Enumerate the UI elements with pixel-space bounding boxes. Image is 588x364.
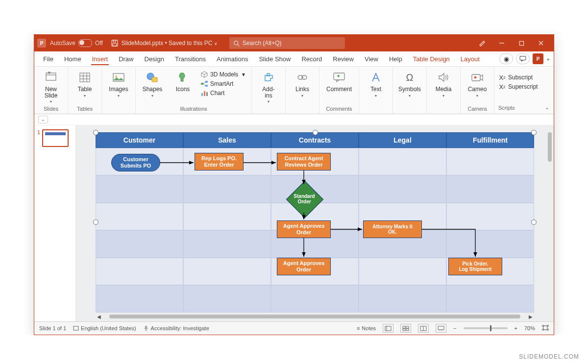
vertical-scrollbar[interactable] <box>547 130 553 307</box>
tab-review[interactable]: Review <box>328 53 359 65</box>
smartart-icon <box>200 80 208 88</box>
tab-slideshow[interactable]: Slide Show <box>254 53 295 65</box>
tab-insert[interactable]: Insert <box>87 53 113 65</box>
tab-animations[interactable]: Animations <box>212 53 253 65</box>
new-slide-button[interactable]: ✦ New Slide▾ <box>38 69 64 104</box>
shape-start[interactable]: Customer Submits PO <box>111 154 160 171</box>
lane-header-legal[interactable]: Legal <box>359 132 446 148</box>
language-button[interactable]: English (United States) <box>73 325 136 331</box>
group-comments: ✦Comment Comments <box>319 67 359 114</box>
shapes-button[interactable]: Shapes▾ <box>140 69 165 98</box>
symbols-button[interactable]: ΩSymbols▾ <box>397 69 422 98</box>
slide-canvas[interactable]: Customer Sales Contracts Legal Fulfillme… <box>96 132 534 312</box>
overflow-icon[interactable]: ▸ <box>547 56 550 62</box>
svg-point-44 <box>145 326 147 328</box>
filename[interactable]: SlideModel.pptx • Saved to this PC ∨ <box>122 40 218 47</box>
tab-draw[interactable]: Draw <box>114 53 138 65</box>
account-icon[interactable]: P <box>533 53 543 64</box>
close-button[interactable] <box>531 35 551 51</box>
shape-agent-approves-2[interactable]: Agent Approves Order <box>277 258 331 275</box>
save-icon[interactable] <box>111 39 119 47</box>
icons-button[interactable]: Icons <box>170 69 196 93</box>
tab-help[interactable]: Help <box>384 53 407 65</box>
scroll-thumb[interactable] <box>548 132 552 162</box>
images-button[interactable]: Images▾ <box>106 69 131 98</box>
accessibility-button[interactable]: Accessibility: Investigate <box>143 325 209 331</box>
svg-rect-1 <box>113 40 116 42</box>
comments-pane-button[interactable] <box>516 53 530 64</box>
shape-rep-logs[interactable]: Rep Logs PO. Enter Order <box>195 153 244 170</box>
svg-rect-28 <box>204 91 205 96</box>
scroll-thumb[interactable] <box>109 315 520 318</box>
zoom-slider[interactable] <box>464 327 508 329</box>
3dmodels-button[interactable]: 3D Models ▾ <box>200 71 245 78</box>
shape-agent-approves-1[interactable]: Agent Approves Order <box>277 220 331 238</box>
selection-handle[interactable] <box>93 130 98 135</box>
addins-button[interactable]: Add- ins▾ <box>256 69 281 104</box>
qat-chevron-icon[interactable]: ⌄ <box>38 116 48 123</box>
svg-rect-13 <box>80 73 90 82</box>
lane-header-sales[interactable]: Sales <box>183 132 271 148</box>
reading-view-button[interactable] <box>418 324 429 333</box>
slideshow-view-button[interactable] <box>436 324 446 333</box>
sorter-view-button[interactable] <box>400 324 411 333</box>
maximize-button[interactable] <box>512 35 531 51</box>
scroll-right-icon[interactable]: ▶ <box>527 314 534 319</box>
shape-decision[interactable]: Standard Order <box>286 185 323 213</box>
media-button[interactable]: Media▾ <box>431 69 456 98</box>
toggle-icon[interactable] <box>78 39 92 47</box>
zoom-level[interactable]: 70% <box>524 325 535 331</box>
tab-record[interactable]: Record <box>296 53 327 65</box>
normal-view-button[interactable] <box>383 324 393 333</box>
fit-button[interactable] <box>542 325 549 332</box>
group-slides: ✦ New Slide▾ Slides <box>34 67 68 114</box>
superscript-button[interactable]: X2Superscript <box>498 83 538 91</box>
tab-table-design[interactable]: Table Design <box>408 53 455 65</box>
svg-rect-2 <box>113 44 117 46</box>
zoom-out-button[interactable]: − <box>453 325 456 331</box>
tab-file[interactable]: File <box>38 53 58 65</box>
selection-handle[interactable] <box>531 130 537 135</box>
selection-handle[interactable] <box>531 219 537 225</box>
chart-button[interactable]: Chart <box>200 89 245 97</box>
cameo-button[interactable]: Cameo▾ <box>465 69 490 98</box>
slide-indicator[interactable]: Slide 1 of 1 <box>39 325 66 331</box>
horizontal-scrollbar[interactable]: ◀▶ <box>96 314 534 319</box>
selection-handle[interactable] <box>313 130 318 135</box>
tab-design[interactable]: Design <box>140 53 169 65</box>
links-button[interactable]: Links▾ <box>290 69 315 98</box>
thumbnail-panel[interactable]: 1 <box>34 125 76 321</box>
search-input[interactable]: Search (Alt+Q) <box>229 37 345 49</box>
selection-handle[interactable] <box>93 219 98 225</box>
collapse-ribbon-icon[interactable]: ⌄ <box>542 103 552 112</box>
minimize-button[interactable] <box>492 35 512 51</box>
powerpoint-icon: P <box>37 39 46 48</box>
recording-indicator[interactable]: ◉ <box>499 53 513 64</box>
zoom-in-button[interactable]: + <box>514 325 517 331</box>
table-button[interactable]: Table▾ <box>72 69 98 98</box>
tab-transitions[interactable]: Transitions <box>170 53 211 65</box>
zoom-thumb[interactable] <box>490 325 491 331</box>
lane-header-customer[interactable]: Customer <box>96 132 183 148</box>
swimlane-table[interactable]: Customer Sales Contracts Legal Fulfillme… <box>96 132 534 312</box>
slide-thumbnail[interactable] <box>42 129 69 147</box>
shapes-icon <box>146 71 159 84</box>
comment-button[interactable]: ✦Comment <box>323 69 355 93</box>
text-button[interactable]: Text▾ <box>363 69 389 98</box>
autosave-toggle[interactable]: AutoSave Off <box>50 39 103 47</box>
group-media: Media▾ <box>427 67 461 114</box>
tab-home[interactable]: Home <box>59 53 86 65</box>
smartart-button[interactable]: SmartArt <box>200 80 245 88</box>
lane-header-fulfillment[interactable]: Fulfillment <box>446 132 534 148</box>
ribbon: ✦ New Slide▾ Slides Table▾ Tables Images… <box>34 67 554 114</box>
tab-layout[interactable]: Layout <box>456 53 485 65</box>
ink-icon[interactable] <box>472 35 492 51</box>
scroll-left-icon[interactable]: ◀ <box>96 314 102 319</box>
shape-attorney[interactable]: Attorney Marks it OK. <box>363 220 422 238</box>
notes-button[interactable]: ≡Notes <box>357 325 376 331</box>
tab-view[interactable]: View <box>360 53 383 65</box>
subscript-button[interactable]: X2Subscript <box>498 73 538 81</box>
slide-canvas-area[interactable]: Customer Sales Contracts Legal Fulfillme… <box>76 125 554 321</box>
shape-pick-order[interactable]: Pick Order. Log Shipment <box>448 258 502 275</box>
shape-contract-review[interactable]: Contract Agent Reviews Order <box>277 153 331 170</box>
